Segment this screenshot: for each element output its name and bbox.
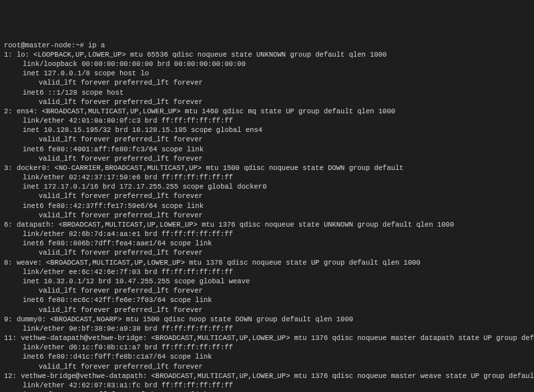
terminal-line: 2: ens4: <BROADCAST,MULTICAST,UP,LOWER_U… (4, 107, 530, 116)
terminal-line: inet6 fe80::4001:aff:fe80:fc3/64 scope l… (4, 145, 530, 154)
terminal-line: inet 172.17.0.1/16 brd 172.17.255.255 sc… (4, 182, 530, 191)
terminal-line: 8: weave: <BROADCAST,MULTICAST,UP,LOWER_… (4, 258, 530, 267)
terminal-line: valid_lft forever preferred_lft forever (4, 211, 530, 220)
terminal-line: inet 127.0.0.1/8 scope host lo (4, 69, 530, 78)
terminal-line: valid_lft forever preferred_lft forever (4, 191, 530, 201)
terminal-line: 6: datapath: <BROADCAST,MULTICAST,UP,LOW… (4, 220, 530, 229)
terminal-line: inet6 fe80::806b:7dff:fea4:aae1/64 scope… (4, 239, 530, 248)
terminal-line: inet6 fe80::42:37ff:fe17:59e6/64 scope l… (4, 201, 530, 211)
terminal-line: inet6 fe80::ec6c:42ff:fe6e:7f03/64 scope… (4, 295, 530, 305)
terminal-line: valid_lft forever preferred_lft forever (4, 305, 530, 315)
terminal-line: inet 10.128.15.195/32 brd 10.128.15.195 … (4, 125, 530, 135)
terminal-line: valid_lft forever preferred_lft forever (4, 78, 530, 87)
terminal-line: link/ether 42:62:07:83:a1:fc brd ff:ff:f… (4, 381, 530, 390)
terminal-line: link/loopback 00:00:00:00:00:00 brd 00:0… (4, 59, 530, 69)
terminal-line: valid_lft forever preferred_lft forever (4, 286, 530, 295)
terminal-line: 3: docker0: <NO-CARRIER,BROADCAST,MULTIC… (4, 163, 530, 173)
terminal-line: link/ether 9e:bf:38:9e:a9:38 brd ff:ff:f… (4, 324, 530, 333)
terminal-line: link/ether ee:6c:42:6e:7f:03 brd ff:ff:f… (4, 267, 530, 277)
terminal-line: link/ether 02:42:37:17:59:e6 brd ff:ff:f… (4, 173, 530, 182)
terminal-line: root@master-node:~# ip a (4, 41, 530, 50)
terminal-line: 9: dummy0: <BROADCAST,NOARP> mtu 1500 qd… (4, 315, 530, 324)
terminal-line: valid_lft forever preferred_lft forever (4, 362, 530, 371)
terminal-line: link/ether d6:1c:f0:8b:c1:a7 brd ff:ff:f… (4, 343, 530, 352)
terminal-line: inet6 fe80::d41c:f0ff:fe8b:c1a7/64 scope… (4, 352, 530, 361)
terminal-line: inet 10.32.0.1/12 brd 10.47.255.255 scop… (4, 277, 530, 286)
terminal-line: 11: vethwe-datapath@vethwe-bridge: <BROA… (4, 333, 530, 343)
terminal-line: 1: lo: <LOOPBACK,UP,LOWER_UP> mtu 65536 … (4, 50, 530, 59)
terminal-line: link/ether 82:6b:7d:a4:aa:e1 brd ff:ff:f… (4, 229, 530, 239)
terminal-line: 12: vethwe-bridge@vethwe-datapath: <BROA… (4, 371, 530, 381)
terminal-line: link/ether 42:01:0a:80:0f:c3 brd ff:ff:f… (4, 116, 530, 125)
terminal-line: inet6 ::1/128 scope host (4, 88, 530, 97)
terminal-line: valid_lft forever preferred_lft forever (4, 248, 530, 257)
terminal-line: valid_lft forever preferred_lft forever (4, 154, 530, 163)
terminal-output: root@master-node:~# ip a1: lo: <LOOPBACK… (4, 41, 530, 392)
terminal-line: valid_lft forever preferred_lft forever (4, 135, 530, 144)
terminal-line: valid_lft forever preferred_lft forever (4, 97, 530, 107)
